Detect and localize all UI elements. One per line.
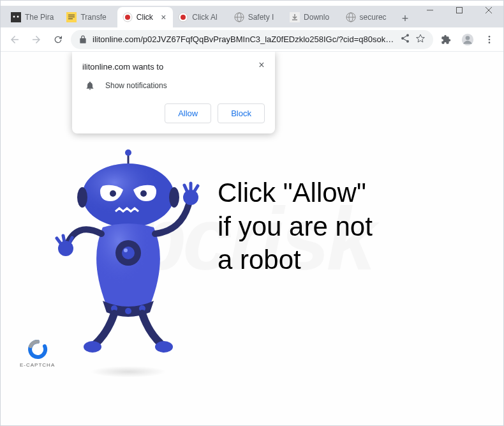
svg-rect-8 xyxy=(68,15,75,15)
robot-shadow xyxy=(90,366,167,377)
captcha-label: E-CAPTCHA xyxy=(20,362,55,368)
browser-tab[interactable]: Downlo xyxy=(285,7,340,27)
svg-point-33 xyxy=(110,190,116,197)
svg-point-32 xyxy=(169,187,179,208)
browser-tab-active[interactable]: Click × xyxy=(117,7,173,27)
svg-point-37 xyxy=(124,248,128,252)
svg-point-14 xyxy=(181,15,186,20)
favicon-pirate-icon xyxy=(11,12,21,22)
headline-line: if you are not xyxy=(218,211,373,241)
svg-point-39 xyxy=(125,308,131,314)
browser-tab[interactable]: securec xyxy=(341,7,396,27)
allow-button[interactable]: Allow xyxy=(165,103,211,123)
forward-button[interactable] xyxy=(27,31,45,49)
svg-rect-1 xyxy=(457,8,463,13)
back-button[interactable] xyxy=(6,31,24,49)
tab-title: Click Al xyxy=(192,13,223,22)
url-text: ilitonline.com/p02JVZ67FqfQqBvPrayBMInC3… xyxy=(93,34,395,44)
favicon-record-icon xyxy=(122,12,133,22)
bell-icon xyxy=(85,80,95,91)
svg-rect-9 xyxy=(68,17,75,17)
dialog-close-button[interactable]: × xyxy=(256,59,267,71)
tab-close-icon[interactable]: × xyxy=(159,13,168,22)
favicon-doc-icon xyxy=(66,12,77,22)
address-bar[interactable]: ilitonline.com/p02JVZ67FqfQqBvPrayBMInC3… xyxy=(71,30,433,49)
favicon-globe-icon xyxy=(346,12,356,22)
browser-tab[interactable]: Click Al xyxy=(173,7,228,27)
window-minimize-button[interactable] xyxy=(415,1,445,20)
captcha-c-icon xyxy=(27,339,48,360)
star-icon[interactable] xyxy=(415,33,426,45)
extensions-button[interactable] xyxy=(437,31,455,49)
tab-title: Downlo xyxy=(304,13,335,22)
svg-point-30 xyxy=(82,164,174,227)
svg-point-23 xyxy=(466,36,470,40)
browser-toolbar: ilitonline.com/p02JVZ67FqfQqBvPrayBMInC3… xyxy=(1,27,503,52)
window-close-button[interactable] xyxy=(474,1,503,20)
dialog-origin-text: ilitonline.com wants to xyxy=(82,62,265,72)
robot-illustration xyxy=(39,148,218,390)
block-button[interactable]: Block xyxy=(218,103,265,123)
tab-title: securec xyxy=(360,13,391,22)
profile-button[interactable] xyxy=(459,31,477,49)
tab-title: The Pira xyxy=(25,13,56,22)
reload-button[interactable] xyxy=(49,31,67,49)
svg-rect-4 xyxy=(11,12,21,22)
window-maximize-button[interactable] xyxy=(445,1,474,20)
headline-line: a robot xyxy=(218,245,301,275)
svg-point-36 xyxy=(122,247,135,259)
svg-point-28 xyxy=(125,149,131,156)
captcha-logo: E-CAPTCHA xyxy=(20,339,55,368)
menu-button[interactable] xyxy=(480,31,498,49)
svg-point-42 xyxy=(183,190,198,205)
notification-permission-dialog: × ilitonline.com wants to Show notificat… xyxy=(72,52,275,133)
tab-title: Safety I xyxy=(248,13,279,22)
favicon-record-icon xyxy=(178,12,188,22)
share-icon[interactable] xyxy=(400,33,410,45)
svg-rect-10 xyxy=(68,19,73,19)
browser-tab[interactable]: The Pira xyxy=(6,7,61,27)
svg-point-26 xyxy=(489,42,491,43)
browser-tab[interactable]: Transfe xyxy=(61,7,117,27)
favicon-globe-icon xyxy=(234,12,244,22)
page-content: pcrisk × ilitonline.com wants to Show no… xyxy=(1,52,503,425)
favicon-download-icon xyxy=(290,12,300,22)
lock-icon xyxy=(78,35,87,44)
svg-point-24 xyxy=(489,36,491,38)
svg-point-12 xyxy=(125,15,130,20)
page-headline: Click "Allow" if you are not a robot xyxy=(218,176,373,277)
tab-title: Transfe xyxy=(80,13,112,22)
headline-line: Click "Allow" xyxy=(218,178,366,208)
svg-point-31 xyxy=(77,187,87,208)
tab-title: Click xyxy=(137,13,155,22)
svg-point-43 xyxy=(84,341,101,353)
svg-point-5 xyxy=(13,16,15,18)
permission-capability-text: Show notifications xyxy=(105,81,167,90)
svg-point-6 xyxy=(17,16,19,18)
browser-tab[interactable]: Safety I xyxy=(229,7,285,27)
svg-point-44 xyxy=(155,341,173,353)
svg-point-34 xyxy=(140,190,147,197)
svg-point-25 xyxy=(489,38,491,40)
new-tab-button[interactable]: + xyxy=(396,10,414,27)
